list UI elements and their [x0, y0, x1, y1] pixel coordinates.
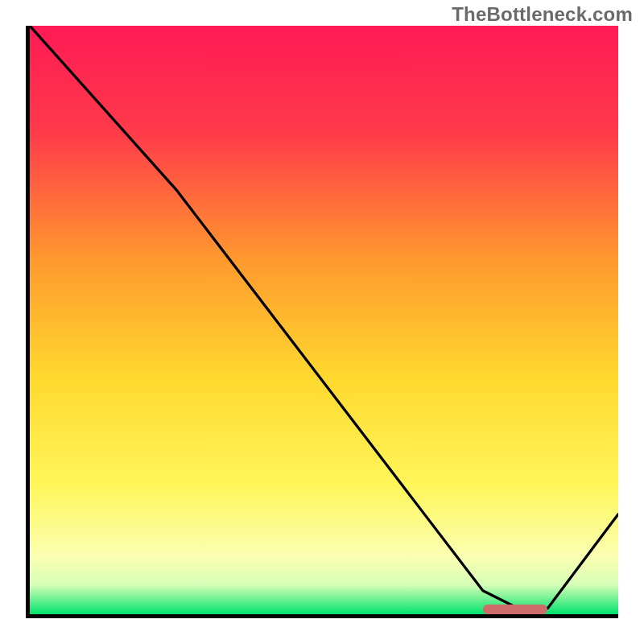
- curve-layer: [30, 26, 618, 614]
- watermark-text: TheBottleneck.com: [452, 3, 633, 26]
- optimal-range-marker: [483, 605, 547, 614]
- chart-container: TheBottleneck.com: [0, 0, 644, 644]
- plot-area: [26, 26, 618, 618]
- bottleneck-curve-path: [30, 26, 618, 609]
- plot-inner: [30, 26, 618, 614]
